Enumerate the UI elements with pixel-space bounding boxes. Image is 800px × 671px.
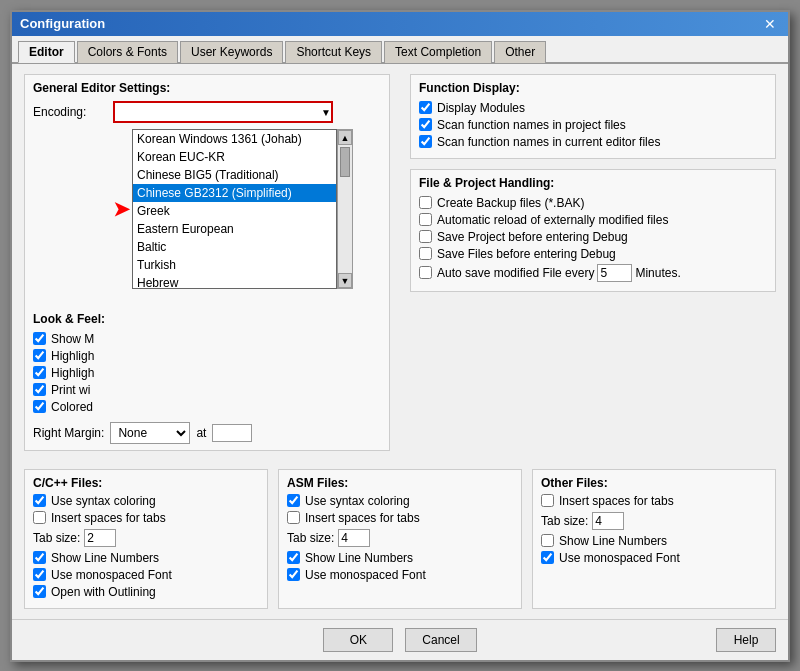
cpp-syntax-checkbox[interactable] — [33, 494, 46, 507]
highlight2-checkbox[interactable] — [33, 366, 46, 379]
other-files-section: Other Files: Insert spaces for tabs Tab … — [532, 469, 776, 609]
dropdown-item[interactable]: Eastern European — [133, 220, 336, 238]
cpp-outlining-label: Open with Outlining — [51, 585, 156, 599]
asm-line-numbers-row: Show Line Numbers — [287, 551, 513, 565]
backup-label: Create Backup files (*.BAK) — [437, 196, 584, 210]
dropdown-item[interactable]: Hebrew — [133, 274, 336, 289]
dropdown-item[interactable]: Baltic — [133, 238, 336, 256]
cpp-mono-checkbox[interactable] — [33, 568, 46, 581]
asm-spaces-row: Insert spaces for tabs — [287, 511, 513, 525]
display-modules-checkbox[interactable] — [419, 101, 432, 114]
tab-text-completion[interactable]: Text Completion — [384, 41, 492, 63]
backup-checkbox[interactable] — [419, 196, 432, 209]
scan-project-checkbox[interactable] — [419, 118, 432, 131]
scroll-track — [338, 145, 352, 273]
look-feel-section: Look & Feel: Show M Highligh Highligh — [33, 312, 381, 414]
lf-row-3: Highligh — [33, 366, 381, 380]
fd-row-3: Scan function names in current editor fi… — [419, 135, 767, 149]
other-tab-label: Tab size: — [541, 514, 588, 528]
show-m-checkbox[interactable] — [33, 332, 46, 345]
scroll-up-button[interactable]: ▲ — [338, 130, 352, 145]
fp-row-4: Save Files before entering Debug — [419, 247, 767, 261]
dropdown-item[interactable]: Korean EUC-KR — [133, 148, 336, 166]
dropdown-popup: ➤ Korean Windows 1361 (Johab) Korean EUC… — [113, 129, 353, 289]
colored-checkbox[interactable] — [33, 400, 46, 413]
scroll-thumb[interactable] — [340, 147, 350, 177]
ok-button[interactable]: OK — [323, 628, 393, 652]
dropdown-item-selected[interactable]: Chinese GB2312 (Simplified) — [133, 184, 336, 202]
lf-row-2: Highligh — [33, 349, 381, 363]
other-spaces-label: Insert spaces for tabs — [559, 494, 674, 508]
cpp-spaces-row: Insert spaces for tabs — [33, 511, 259, 525]
auto-save-checkbox[interactable] — [419, 266, 432, 279]
cpp-outlining-checkbox[interactable] — [33, 585, 46, 598]
right-margin-select[interactable]: None Line — [110, 422, 190, 444]
close-button[interactable]: ✕ — [760, 16, 780, 32]
cpp-line-numbers-checkbox[interactable] — [33, 551, 46, 564]
asm-line-numbers-label: Show Line Numbers — [305, 551, 413, 565]
other-spaces-checkbox[interactable] — [541, 494, 554, 507]
encoding-input[interactable]: Chinese GB2312 (Simplified) — [113, 101, 333, 123]
save-project-checkbox[interactable] — [419, 230, 432, 243]
tab-colors-fonts[interactable]: Colors & Fonts — [77, 41, 178, 63]
lf-row-1: Show M — [33, 332, 381, 346]
fp-row-3: Save Project before entering Debug — [419, 230, 767, 244]
auto-reload-checkbox[interactable] — [419, 213, 432, 226]
right-margin-label: Right Margin: — [33, 426, 104, 440]
lf-row-5: Colored — [33, 400, 381, 414]
print-checkbox[interactable] — [33, 383, 46, 396]
top-section: General Editor Settings: Encoding: Chine… — [24, 74, 776, 459]
asm-syntax-row: Use syntax coloring — [287, 494, 513, 508]
tab-user-keywords[interactable]: User Keywords — [180, 41, 283, 63]
colored-label: Colored — [51, 400, 93, 414]
scan-editor-label: Scan function names in current editor fi… — [437, 135, 660, 149]
other-mono-checkbox[interactable] — [541, 551, 554, 564]
asm-files-section: ASM Files: Use syntax coloring Insert sp… — [278, 469, 522, 609]
margin-number-input[interactable]: 80 — [212, 424, 252, 442]
cpp-tab-size-input[interactable] — [84, 529, 116, 547]
other-line-numbers-checkbox[interactable] — [541, 534, 554, 547]
asm-syntax-checkbox[interactable] — [287, 494, 300, 507]
highlight1-checkbox[interactable] — [33, 349, 46, 362]
cpp-line-numbers-row: Show Line Numbers — [33, 551, 259, 565]
auto-save-minutes-input[interactable] — [597, 264, 632, 282]
cpp-mono-label: Use monospaced Font — [51, 568, 172, 582]
encoding-label: Encoding: — [33, 105, 113, 119]
auto-reload-label: Automatic reload of externally modified … — [437, 213, 668, 227]
asm-tab-size-input[interactable] — [338, 529, 370, 547]
encoding-row: Encoding: Chinese GB2312 (Simplified) ▼ — [33, 101, 381, 123]
cpp-files-section: C/C++ Files: Use syntax coloring Insert … — [24, 469, 268, 609]
cpp-tab-label: Tab size: — [33, 531, 80, 545]
tab-shortcut-keys[interactable]: Shortcut Keys — [285, 41, 382, 63]
dropdown-scrollbar[interactable]: ▲ ▼ — [337, 129, 353, 289]
tab-editor[interactable]: Editor — [18, 41, 75, 63]
highlight1-label: Highligh — [51, 349, 94, 363]
cpp-spaces-label: Insert spaces for tabs — [51, 511, 166, 525]
other-tab-size-input[interactable] — [592, 512, 624, 530]
asm-line-numbers-checkbox[interactable] — [287, 551, 300, 564]
configuration-dialog: Configuration ✕ Editor Colors & Fonts Us… — [10, 10, 790, 662]
dropdown-item[interactable]: Korean Windows 1361 (Johab) — [133, 130, 336, 148]
title-bar: Configuration ✕ — [12, 12, 788, 36]
cpp-spaces-checkbox[interactable] — [33, 511, 46, 524]
dropdown-item[interactable]: Greek — [133, 202, 336, 220]
scroll-down-button[interactable]: ▼ — [338, 273, 352, 288]
asm-spaces-checkbox[interactable] — [287, 511, 300, 524]
right-column: Function Display: Display Modules Scan f… — [410, 74, 776, 459]
dropdown-item[interactable]: Turkish — [133, 256, 336, 274]
main-content: General Editor Settings: Encoding: Chine… — [12, 64, 788, 619]
scan-editor-checkbox[interactable] — [419, 135, 432, 148]
tab-bar: Editor Colors & Fonts User Keywords Shor… — [12, 36, 788, 64]
cpp-syntax-label: Use syntax coloring — [51, 494, 156, 508]
fp-row-2: Automatic reload of externally modified … — [419, 213, 767, 227]
fd-row-1: Display Modules — [419, 101, 767, 115]
asm-mono-checkbox[interactable] — [287, 568, 300, 581]
asm-mono-label: Use monospaced Font — [305, 568, 426, 582]
help-button[interactable]: Help — [716, 628, 776, 652]
tab-other[interactable]: Other — [494, 41, 546, 63]
save-files-checkbox[interactable] — [419, 247, 432, 260]
asm-spaces-label: Insert spaces for tabs — [305, 511, 420, 525]
dropdown-list[interactable]: Korean Windows 1361 (Johab) Korean EUC-K… — [132, 129, 337, 289]
dropdown-item[interactable]: Chinese BIG5 (Traditional) — [133, 166, 336, 184]
cancel-button[interactable]: Cancel — [405, 628, 476, 652]
